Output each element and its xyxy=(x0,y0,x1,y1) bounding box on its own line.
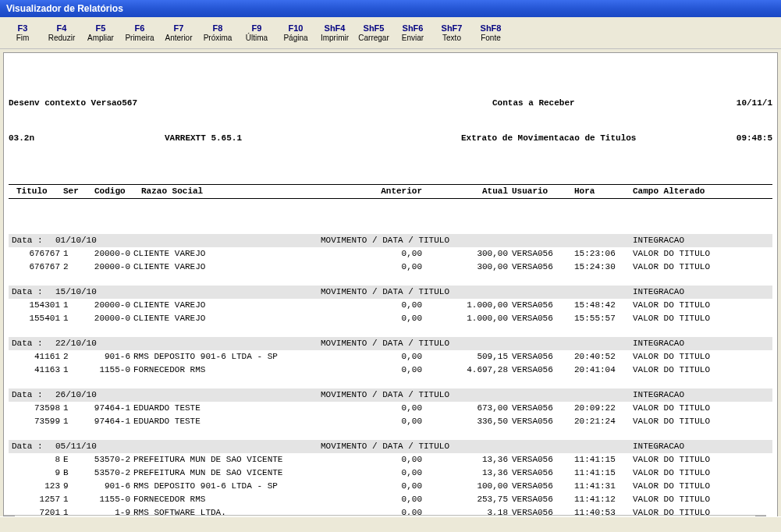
table-row: 411612901-6RMS DEPOSITO 901-6 LTDA - SP0… xyxy=(9,350,772,364)
cell-campo: VALOR DO TITULO xyxy=(625,351,772,363)
toolbar-key: ShF4 xyxy=(325,23,346,33)
toolbar-próxima[interactable]: F8Próxima xyxy=(198,22,237,44)
cell-titulo: 676767 xyxy=(9,261,63,273)
toolbar-enviar[interactable]: ShF6Enviar xyxy=(393,22,432,44)
cell-razao: EDUARDO TESTE xyxy=(133,403,321,414)
cell-campo: VALOR DO TITULO xyxy=(625,494,772,505)
cell-usuario: VERSA056 xyxy=(508,494,570,505)
cell-hora: 20:41:04 xyxy=(570,364,625,376)
toolbar-primeira[interactable]: F6Primeira xyxy=(120,22,159,44)
cell-ser: E xyxy=(63,454,79,466)
cell-campo: VALOR DO TITULO xyxy=(625,300,772,311)
cell-usuario: VERSA056 xyxy=(508,248,570,260)
toolbar-label: Carregar xyxy=(358,34,389,42)
toolbar-página[interactable]: F10Página xyxy=(276,22,315,44)
cell-usuario: VERSA056 xyxy=(508,261,570,273)
cell-codigo: 53570-2 xyxy=(79,454,133,466)
cell-hora: 11:41:15 xyxy=(570,454,625,466)
cell-hora: 11:41:31 xyxy=(570,481,625,492)
cell-campo: VALOR DO TITULO xyxy=(625,454,772,466)
group-label: Data : xyxy=(9,389,55,401)
cell-codigo: 1155-0 xyxy=(79,364,133,376)
cell-hora: 11:41:12 xyxy=(570,494,625,505)
cell-atual: 13,36 xyxy=(422,467,508,479)
cell-ser: 9 xyxy=(63,481,79,492)
cell-titulo: 676767 xyxy=(9,248,63,260)
cell-anterior: 0,00 xyxy=(321,364,422,376)
cell-razao: PREFEITURA MUN DE SAO VICENTE xyxy=(133,467,321,479)
toolbar-anterior[interactable]: F7Anterior xyxy=(159,22,198,44)
cell-codigo: 20000-0 xyxy=(79,300,133,311)
toolbar-fim[interactable]: F3Fim xyxy=(3,22,42,44)
toolbar-texto[interactable]: ShF7Texto xyxy=(432,22,471,44)
cell-titulo: 73599 xyxy=(9,416,63,427)
cell-ser: 1 xyxy=(63,416,79,427)
cell-ser: B xyxy=(63,467,79,479)
column-headers: Titulo Ser Codigo Razao Social Anterior … xyxy=(9,184,772,199)
toolbar-key: ShF6 xyxy=(403,23,424,33)
toolbar-label: Ampliar xyxy=(87,34,114,42)
toolbar-key: F10 xyxy=(289,23,304,33)
toolbar-carregar[interactable]: ShF5Carregar xyxy=(354,22,393,44)
group-label: Data : xyxy=(9,338,55,349)
table-row: 4116311155-0FORNECEDOR RMS0,004.697,28VE… xyxy=(9,364,772,377)
cell-atual: 300,00 xyxy=(422,261,508,273)
group-date: 22/10/10 xyxy=(55,338,321,349)
col-atual: Atual xyxy=(422,186,508,197)
cell-anterior: 0,00 xyxy=(321,403,422,414)
cell-ser: 1 xyxy=(63,313,79,325)
cell-campo: VALOR DO TITULO xyxy=(625,261,772,273)
toolbar-key: F3 xyxy=(18,23,28,33)
cell-codigo: 97464-1 xyxy=(79,416,133,427)
toolbar-imprimir[interactable]: ShF4Imprimir xyxy=(315,22,354,44)
cell-anterior: 0,00 xyxy=(321,467,422,479)
toolbar-label: Reduzir xyxy=(48,34,75,42)
cell-anterior: 0,00 xyxy=(321,300,422,311)
cell-titulo: 123 xyxy=(9,481,63,492)
col-hora: Hora xyxy=(570,186,625,197)
group-date: 05/11/10 xyxy=(55,441,321,452)
toolbar-key: F8 xyxy=(213,23,223,33)
header-title: Contas a Receber xyxy=(352,98,702,109)
cell-titulo: 9 xyxy=(9,467,63,479)
cell-usuario: VERSA056 xyxy=(508,467,570,479)
toolbar-última[interactable]: F9Última xyxy=(237,22,276,44)
cell-codigo: 901-6 xyxy=(79,481,133,492)
cell-atual: 509,15 xyxy=(422,351,508,363)
header-program: VARREXTT 5.65.1 xyxy=(165,133,305,144)
toolbar-ampliar[interactable]: F5Ampliar xyxy=(81,22,120,44)
cell-codigo: 20000-0 xyxy=(79,261,133,273)
table-row: 9B53570-2PREFEITURA MUN DE SAO VICENTE0,… xyxy=(9,466,772,480)
group-date: 15/10/10 xyxy=(55,286,321,298)
group-header: Data :22/10/10MOVIMENTO / DATA / TITULOI… xyxy=(9,337,772,350)
cell-anterior: 0,00 xyxy=(321,416,422,427)
cell-atual: 1.000,00 xyxy=(422,313,508,325)
toolbar-label: Página xyxy=(283,34,307,42)
toolbar-fonte[interactable]: ShF8Fonte xyxy=(471,22,510,44)
window-titlebar: Visualizador de Relatórios xyxy=(0,0,781,17)
cell-anterior: 0,00 xyxy=(321,248,422,260)
cell-titulo: 41161 xyxy=(9,351,63,363)
cell-titulo: 41163 xyxy=(9,364,63,376)
cell-titulo: 73598 xyxy=(9,403,63,414)
cell-usuario: VERSA056 xyxy=(508,416,570,427)
header-subtitle: Extrato de Movimentacao de Titulos xyxy=(305,133,702,144)
cell-titulo: 154301 xyxy=(9,300,63,311)
cell-ser: 1 xyxy=(63,494,79,505)
window-title: Visualizador de Relatórios xyxy=(6,3,123,14)
group-integracao: INTEGRACAO xyxy=(531,286,772,298)
table-row: 73599197464-1EDUARDO TESTE0,00336,50VERS… xyxy=(9,415,772,428)
group-movimento: MOVIMENTO / DATA / TITULO xyxy=(321,286,531,298)
header-version-code: 03.2n xyxy=(9,133,165,144)
report-viewport[interactable]: Desenv contexto Versao567 Contas a Receb… xyxy=(3,52,778,527)
cell-codigo: 97464-1 xyxy=(79,403,133,414)
group-header: Data :26/10/10MOVIMENTO / DATA / TITULOI… xyxy=(9,388,772,402)
group-movimento: MOVIMENTO / DATA / TITULO xyxy=(321,441,531,452)
cell-titulo: 155401 xyxy=(9,313,63,325)
cell-atual: 1.000,00 xyxy=(422,300,508,311)
toolbar-label: Anterior xyxy=(165,34,192,42)
toolbar-reduzir[interactable]: F4Reduzir xyxy=(42,22,81,44)
toolbar: F3FimF4ReduzirF5AmpliarF6PrimeiraF7Anter… xyxy=(0,17,781,49)
cell-razao: RMS DEPOSITO 901-6 LTDA - SP xyxy=(133,481,321,492)
cell-atual: 336,50 xyxy=(422,416,508,427)
